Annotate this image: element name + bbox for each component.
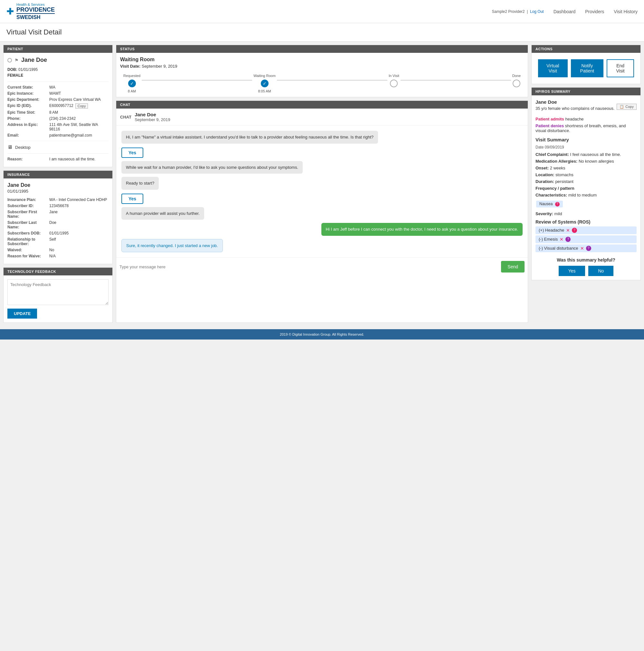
- status-section-header: STATUS: [116, 45, 528, 53]
- patient-dob: DOB: 01/01/1995: [7, 67, 108, 72]
- technology-feedback-body: UPDATE: [4, 275, 112, 322]
- header: ✚ Health & Services PROVIDENCE SWEDISH S…: [0, 0, 644, 23]
- nav-visit-history[interactable]: Visit History: [614, 9, 638, 14]
- chat-message-5: Hi I am Jeff before I can connect you wi…: [321, 223, 523, 236]
- ros-emesis-remove[interactable]: ✕: [560, 237, 564, 242]
- insurance-section-header: INSURANCE: [4, 171, 112, 179]
- hpros-complaint: 35 y/o female who complains of nauseous.: [536, 106, 615, 111]
- patient-name-row: ⚑ Jane Doe: [7, 57, 108, 63]
- ros-visual-remove[interactable]: ✕: [580, 246, 584, 251]
- characteristic-tags: Nausea ?: [536, 199, 637, 209]
- left-column: PATIENT ⚑ Jane Doe DOB: 01/01/1995 FEMAL…: [3, 45, 113, 323]
- end-visit-button[interactable]: End Visit: [607, 59, 634, 77]
- ros-headache-info[interactable]: ?: [572, 228, 577, 233]
- step-in-visit-circle: [390, 80, 398, 87]
- info-email: Email: patientname@gmail.com: [7, 133, 108, 137]
- info-subscriber-id: Subscriber ID: 123456678: [7, 204, 108, 208]
- step-requested-circle: ✓: [128, 80, 136, 87]
- patient-name: Jane Doe: [21, 57, 47, 63]
- update-button[interactable]: UPDATE: [7, 309, 37, 318]
- visit-summary-title: Visit Summary: [536, 137, 637, 143]
- chat-message-3: Ready to start?: [121, 177, 159, 190]
- chat-card: CHAT CHAT Jane Doe September 9, 2019 Hi,…: [116, 100, 528, 323]
- patient-card-body: ⚑ Jane Doe DOB: 01/01/1995 FEMALE Curren…: [4, 53, 112, 167]
- logo-main: PROVIDENCE: [17, 6, 55, 13]
- helpful-question: Was this summary helpful?: [536, 257, 637, 262]
- status-card: STATUS Waiting Room Visit Date: Septembe…: [116, 45, 528, 97]
- status-steps: Requested ✓ 8 AM Waiting Room ✓ 8:05 AM …: [120, 74, 524, 93]
- nausea-question-icon[interactable]: ?: [555, 202, 560, 207]
- logo-sub: Health & Services: [17, 3, 44, 6]
- ros-emesis-info[interactable]: ?: [566, 237, 571, 242]
- logout-link[interactable]: Log Out: [530, 9, 544, 14]
- chat-message-4: A human provider will assist you further…: [121, 207, 204, 220]
- ros-headache-remove[interactable]: ✕: [566, 228, 570, 233]
- info-relationship: Relationship to Subscriber: Self: [7, 237, 108, 246]
- field-severity: Severity: mild: [536, 211, 637, 216]
- device-row: 🖥 Desktop: [7, 144, 108, 150]
- chat-message-6: Sure, it recently changed. I just starte…: [121, 239, 223, 252]
- hpros-denies: Patient denies shortness of breath, emes…: [536, 123, 637, 133]
- step-waiting-room: Waiting Room ✓ 8:05 AM: [253, 74, 276, 93]
- chat-yes-button-2[interactable]: Yes: [121, 194, 143, 204]
- ros-visual-info[interactable]: ?: [586, 246, 591, 251]
- logo-area: ✚ Health & Services PROVIDENCE SWEDISH: [6, 3, 55, 20]
- chat-patient-info: Jane Doe September 9, 2019: [135, 112, 170, 122]
- actions-card: ACTIONS Virtual Visit Notify Patient End…: [531, 45, 641, 84]
- footer: 2019 © Digital Innovation Group. All Rig…: [0, 329, 644, 340]
- send-button[interactable]: Send: [501, 261, 524, 273]
- technology-feedback-input[interactable]: [7, 279, 108, 305]
- helpful-yes-button[interactable]: Yes: [559, 266, 585, 276]
- step-done-circle: [513, 80, 520, 87]
- info-epic-department: Epic Department: Prov Express Care Virtu…: [7, 97, 108, 102]
- epic-id-copy-button[interactable]: Copy: [75, 103, 88, 108]
- virtual-visit-button[interactable]: Virtual Visit: [538, 59, 568, 77]
- footer-text: 2019 © Digital Innovation Group. All Rig…: [280, 333, 364, 336]
- patient-gender: FEMALE: [7, 73, 108, 78]
- user-name-text: Sample2 Provider2: [492, 9, 524, 14]
- hpros-admits: Patient admits headache: [536, 117, 637, 121]
- nav-providers[interactable]: Providers: [585, 9, 604, 14]
- patient-section-header: PATIENT: [4, 45, 112, 53]
- info-phone: Phone: (234) 234-2342: [7, 116, 108, 121]
- chat-input[interactable]: [120, 265, 498, 269]
- page-title: Virtual Visit Detail: [6, 28, 62, 36]
- chat-section-header: CHAT: [116, 101, 528, 108]
- header-nav: Sample2 Provider2 | Log Out Dashboard Pr…: [492, 9, 638, 14]
- step-line-1: [142, 80, 252, 81]
- field-chief-complaint: Chief Complaint: I feel nauseous all the…: [536, 152, 637, 157]
- logo-cross-icon: ✚: [6, 6, 14, 17]
- field-onset: Onset: 2 weeks: [536, 165, 637, 170]
- step-waiting-circle: ✓: [261, 80, 268, 87]
- info-current-state: Current State: WA: [7, 85, 108, 90]
- hpros-patient-name: Jane Doe: [536, 99, 615, 105]
- info-reason: Reason: I am nauseous all the time.: [7, 157, 108, 161]
- patient-radio[interactable]: [7, 58, 12, 62]
- step-line-2: [277, 80, 387, 81]
- info-epic-time-slot: Epic Time Slot: 8 AM: [7, 110, 108, 115]
- info-subscriber-first: Subscriber First Name: Jane: [7, 210, 108, 219]
- helpful-no-button[interactable]: No: [588, 266, 613, 276]
- main-container: PATIENT ⚑ Jane Doe DOB: 01/01/1995 FEMAL…: [0, 41, 644, 326]
- ros-emesis: (-) Emesis ✕ ?: [536, 236, 637, 243]
- patient-card: PATIENT ⚑ Jane Doe DOB: 01/01/1995 FEMAL…: [3, 45, 113, 167]
- field-medication-allergies: Medication Allergies: No known allergies: [536, 159, 637, 164]
- hpros-patient-info: Jane Doe 35 y/o female who complains of …: [536, 99, 615, 114]
- insurance-dob: 01/01/1995: [7, 189, 108, 194]
- technology-feedback-card: TECHNOLOGY FEEDBACK UPDATE: [3, 267, 113, 323]
- step-requested: Requested ✓ 8 AM: [123, 74, 140, 93]
- step-done: Done: [512, 74, 521, 93]
- logo-swedish: SWEDISH: [17, 13, 55, 20]
- chat-yes-button-1[interactable]: Yes: [121, 148, 143, 158]
- hpros-copy-button[interactable]: 📋 Copy: [617, 104, 637, 110]
- nav-dashboard[interactable]: Dashboard: [553, 9, 576, 14]
- hpros-header: Jane Doe 35 y/o female who complains of …: [536, 99, 637, 114]
- status-room: Waiting Room: [120, 57, 524, 62]
- helpful-section: Was this summary helpful? Yes No: [536, 257, 637, 276]
- step-in-visit: In Visit: [389, 74, 399, 93]
- actions-section-header: ACTIONS: [532, 45, 640, 53]
- info-reason-waive: Reason for Waive: N/A: [7, 254, 108, 258]
- chat-message-1: Hi, I am "Name" a virtual intake assista…: [121, 131, 378, 144]
- device-label: Desktop: [15, 145, 31, 150]
- notify-patient-button[interactable]: Notify Patient: [571, 59, 604, 77]
